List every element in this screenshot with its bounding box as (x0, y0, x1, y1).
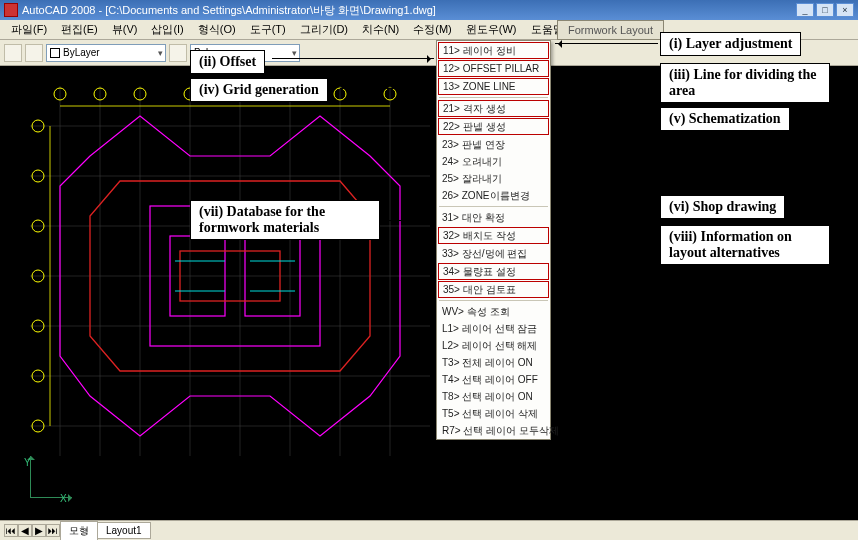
plan-svg (30, 86, 430, 456)
callout-arrow (555, 238, 658, 239)
drawing-canvas[interactable]: Y X (0, 66, 858, 520)
callout-arrow (555, 205, 658, 206)
menu-item-zone-rename[interactable]: 26> ZONE이름변경 (437, 187, 550, 204)
tab-model[interactable]: 모형 (60, 521, 98, 541)
tab-nav-last[interactable]: ⏭ (46, 524, 60, 537)
menu-item-sel-off[interactable]: T4> 선택 레이어 OFF (437, 371, 550, 388)
formwork-layout-tab[interactable]: Formwork Layout (557, 20, 664, 40)
menu-edit[interactable]: 편집(E) (54, 20, 105, 39)
menu-item-prop-view[interactable]: WV> 속성 조회 (437, 303, 550, 320)
menu-item-sel-delall[interactable]: R7> 선택 레이어 모두삭제 (437, 422, 550, 439)
floor-plan (30, 86, 430, 456)
close-button[interactable]: × (836, 3, 854, 17)
menu-insert[interactable]: 삽입(I) (144, 20, 190, 39)
menu-item-shop-drawing[interactable]: 32> 배치도 작성 (438, 227, 549, 244)
ucs-y-label: Y (24, 457, 31, 468)
layout-tabs: ⏮ ◀ ▶ ⏭ 모형 Layout1 (0, 520, 858, 540)
menu-item-material-db[interactable]: 34> 물량표 설정 (438, 263, 549, 280)
callout-zone-line: (iii) Line for dividing the area (660, 63, 830, 103)
callout-arrow (382, 220, 434, 221)
callout-schematization: (v) Schematization (660, 107, 790, 131)
title-bar: AutoCAD 2008 - [C:\Documents and Setting… (0, 0, 858, 20)
menu-item-sel-on[interactable]: T8> 선택 레이어 ON (437, 388, 550, 405)
callout-alt-info: (viii) Information on layout alternative… (660, 225, 830, 265)
maximize-button[interactable]: □ (816, 3, 834, 17)
callout-grid-generation: (iv) Grid generation (190, 78, 328, 102)
callout-arrow (555, 43, 658, 44)
menu-draw[interactable]: 그리기(D) (293, 20, 355, 39)
menu-separator (439, 97, 548, 98)
menu-item-layer-adjust[interactable]: 11> 레이어 정비 (438, 42, 549, 59)
menu-window[interactable]: 윈도우(W) (459, 20, 524, 39)
menu-item-zone-line[interactable]: 13> ZONE LINE (438, 78, 549, 95)
callout-offset: (ii) Offset (190, 50, 265, 74)
tab-nav-next[interactable]: ▶ (32, 524, 46, 537)
tab-nav-prev[interactable]: ◀ (18, 524, 32, 537)
toolbar-button[interactable] (169, 44, 187, 62)
callout-arrow (272, 58, 434, 59)
toolbar-button[interactable] (4, 44, 22, 62)
menu-item-layer-unlock[interactable]: L2> 레이어 선택 해제 (437, 337, 550, 354)
menu-item-grid-gen[interactable]: 21> 격자 생성 (438, 100, 549, 117)
autocad-window: AutoCAD 2008 - [C:\Documents and Setting… (0, 0, 858, 540)
tab-nav-first[interactable]: ⏮ (4, 524, 18, 537)
callout-arrow (340, 88, 434, 89)
minimize-button[interactable]: _ (796, 3, 814, 17)
menu-item-cutout[interactable]: 24> 오려내기 (437, 153, 550, 170)
menu-format[interactable]: 형식(O) (191, 20, 243, 39)
menu-item-panel-gen[interactable]: 22> 판넬 생성 (438, 118, 549, 135)
menu-dimension[interactable]: 치수(N) (355, 20, 406, 39)
menu-file[interactable]: 파일(F) (4, 20, 54, 39)
formwork-layout-menu: 11> 레이어 정비 12> OFFSET PILLAR 13> ZONE LI… (436, 40, 551, 440)
callout-layer-adjustment: (i) Layer adjustment (660, 32, 801, 56)
menu-item-offset-pillar[interactable]: 12> OFFSET PILLAR (438, 60, 549, 77)
menu-item-layer-lock[interactable]: L1> 레이어 선택 잠금 (437, 320, 550, 337)
callout-material-db: (vii) Database for the formwork material… (190, 200, 380, 240)
layer-selector[interactable]: ByLayer (46, 44, 166, 62)
color-swatch-icon (50, 48, 60, 58)
callout-arrow (555, 74, 658, 75)
menu-item-alt-confirm[interactable]: 31> 대안 확정 (437, 209, 550, 226)
menu-item-trim[interactable]: 25> 잘라내기 (437, 170, 550, 187)
callout-arrow (555, 115, 658, 116)
window-buttons: _ □ × (796, 3, 854, 17)
menu-item-alt-review[interactable]: 35> 대안 검토표 (438, 281, 549, 298)
ucs-x-label: X (60, 493, 67, 504)
callout-shop-drawing: (vi) Shop drawing (660, 195, 785, 219)
menu-item-joist-edit[interactable]: 33> 장선/멍에 편집 (437, 245, 550, 262)
menu-item-panel-extend[interactable]: 23> 판넬 연장 (437, 136, 550, 153)
menu-modify[interactable]: 수정(M) (406, 20, 459, 39)
menu-item-sel-del[interactable]: T5> 선택 레이어 삭제 (437, 405, 550, 422)
window-title: AutoCAD 2008 - [C:\Documents and Setting… (22, 3, 796, 18)
menu-tools[interactable]: 도구(T) (243, 20, 293, 39)
app-icon (4, 3, 18, 17)
menu-separator (439, 206, 548, 207)
layer-selector-value: ByLayer (63, 47, 100, 58)
menu-view[interactable]: 뷰(V) (105, 20, 145, 39)
menu-item-all-on[interactable]: T3> 전체 레이어 ON (437, 354, 550, 371)
menu-separator (439, 300, 548, 301)
tab-layout1[interactable]: Layout1 (97, 522, 151, 539)
toolbar-button[interactable] (25, 44, 43, 62)
